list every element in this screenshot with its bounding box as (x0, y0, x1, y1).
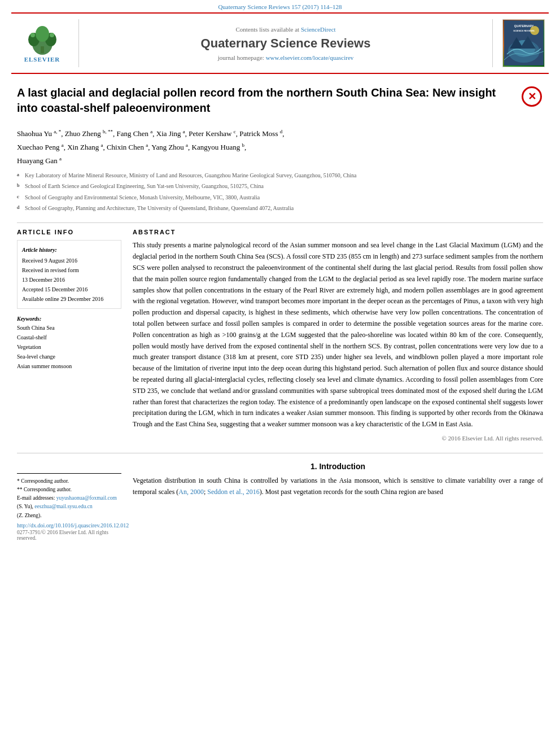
keyword-coastal-shelf: Coastal-shelf (17, 333, 121, 342)
author-xin-zhang: Xin Zhang a, (67, 143, 104, 151)
journal-cover-image: QUATERNARY SCIENCE REVIEWS (502, 19, 545, 67)
contents-available-text: Contents lists available at ScienceDirec… (90, 26, 481, 33)
author-huayang-gan: Huayang Gan a (17, 156, 62, 165)
journal-header-center: Contents lists available at ScienceDirec… (79, 19, 492, 67)
sciencedirect-link[interactable]: ScienceDirect (301, 26, 336, 33)
page-wrapper: Quaternary Science Reviews 157 (2017) 11… (0, 0, 560, 747)
authors-list: Shaohua Yu a, *, Zhuo Zheng b, **, Fang … (17, 127, 543, 167)
author-shaohua-yu: Shaohua Yu a, *, (17, 129, 63, 138)
author-kangyou-huang: Kangyou Huang b, (192, 143, 247, 151)
introduction-title: 1. Introduction (133, 462, 543, 471)
intro-left-col: * Corresponding author. ** Corresponding… (17, 462, 121, 541)
corresponding-author-1: * Corresponding author. (17, 477, 121, 486)
section-number: 1. (310, 462, 317, 471)
crossmark-icon: ✕ (522, 86, 542, 107)
svg-point-4 (36, 26, 49, 42)
right-column: ABSTRACT This study presents a marine pa… (133, 229, 543, 442)
doi-url[interactable]: http://dx.doi.org/10.1016/j.quascirev.20… (17, 522, 129, 528)
journal-homepage: journal homepage: www.elsevier.com/locat… (90, 54, 481, 61)
homepage-url[interactable]: www.elsevier.com/locate/quascirev (266, 54, 354, 61)
doi-link: http://dx.doi.org/10.1016/j.quascirev.20… (17, 522, 121, 528)
content-wrapper: A last glacial and deglacial pollen reco… (0, 74, 560, 552)
elsevier-brand: ELSEVIER (23, 24, 62, 63)
reference-an-2000[interactable]: An, 2000 (178, 488, 204, 496)
journal-reference-bar: Quaternary Science Reviews 157 (2017) 11… (0, 0, 560, 12)
keyword-vegetation: Vegetation (17, 342, 121, 352)
author-zhuo-zheng: Zhuo Zheng b, **, (65, 129, 115, 138)
received-date: Received 9 August 2016 (22, 256, 116, 265)
journal-ref-text: Quaternary Science Reviews 157 (2017) 11… (218, 3, 342, 10)
article-title-section: A last glacial and deglacial pollen reco… (17, 85, 543, 120)
introduction-body: Vegetation distribution in south China i… (133, 475, 543, 498)
journal-title: Quaternary Science Reviews (90, 36, 481, 51)
affiliations-list: a Key Laboratory of Marine Mineral Resou… (17, 171, 543, 214)
revised-date: 13 December 2016 (22, 275, 116, 285)
keyword-south-china-sea: South China Sea (17, 323, 121, 333)
affiliation-d: d School of Geography, Planning and Arch… (17, 203, 543, 214)
revised-label: Received in revised form (22, 265, 116, 275)
author-xia-jing: Xia Jing a, (156, 129, 187, 138)
email-2-name: (Z. Zheng). (17, 513, 42, 518)
svg-point-5 (30, 33, 35, 37)
svg-text:SCIENCE REVIEWS: SCIENCE REVIEWS (513, 29, 535, 32)
article-history-box: Article history: Received 9 August 2016 … (17, 240, 121, 309)
intro-right-col: 1. Introduction Vegetation distribution … (133, 462, 543, 541)
journal-cover-section: QUATERNARY SCIENCE REVIEWS (492, 19, 549, 67)
abstract-heading: ABSTRACT (133, 229, 543, 235)
copyright-line: © 2016 Elsevier Ltd. All rights reserved… (133, 435, 543, 442)
author-xuechao-peng: Xuechao Peng a, (17, 143, 65, 151)
elsevier-tree-icon (23, 24, 62, 55)
accepted-date: Accepted 15 December 2016 (22, 285, 116, 294)
email-1-link[interactable]: yuyushaonua@foxmail.com (56, 495, 117, 501)
author-yang-zhou: Yang Zhou a, (151, 143, 190, 151)
footer-notes: * Corresponding author. ** Corresponding… (17, 473, 121, 541)
elsevier-wordmark: ELSEVIER (24, 56, 60, 63)
article-info-heading: ARTICLE INFO (17, 229, 121, 235)
introduction-section: * Corresponding author. ** Corresponding… (17, 453, 543, 541)
abstract-text: This study presents a marine palynologic… (133, 240, 543, 430)
keywords-label: Keywords: (17, 316, 121, 322)
author-fang-chen: Fang Chen a, (116, 129, 154, 138)
affiliation-a: a Key Laboratory of Marine Mineral Resou… (17, 171, 543, 181)
keyword-sea-level-change: Sea-level change (17, 352, 121, 361)
reference-seddon-2016[interactable]: Seddon et al., 2016 (207, 488, 259, 496)
email-1-name: (S. Yu), (17, 504, 34, 509)
author-peter-kershaw: Peter Kershaw c, (189, 129, 238, 138)
history-label: Article history: (22, 245, 116, 255)
email-addresses: E-mail addresses: yuyushaonua@foxmail.co… (17, 494, 121, 520)
section-title: Introduction (319, 462, 365, 471)
keyword-asian-summer-monsoon: Asian summer monsoon (17, 361, 121, 371)
keywords-section: Keywords: South China Sea Coastal-shelf … (17, 316, 121, 371)
journal-header: ELSEVIER Contents lists available at Sci… (11, 12, 549, 74)
svg-text:QUATERNARY: QUATERNARY (514, 24, 533, 28)
article-info-abstract-section: ARTICLE INFO Article history: Received 9… (17, 229, 543, 442)
issn-text: 0277-3791/© 2016 Elsevier Ltd. All right… (17, 530, 121, 541)
cover-illustration: QUATERNARY SCIENCE REVIEWS (504, 20, 544, 65)
left-column: ARTICLE INFO Article history: Received 9… (17, 229, 121, 442)
section-divider (17, 222, 543, 223)
author-chixin-chen: Chixin Chen a, (107, 143, 150, 151)
crossmark-section: ✕ (520, 85, 543, 108)
intro-two-col: * Corresponding author. ** Corresponding… (17, 462, 543, 541)
corresponding-author-2: ** Corresponding author. (17, 486, 121, 494)
email-2-link[interactable]: eeszhua@mail.sysu.edu.cn (34, 504, 92, 509)
affiliation-b: b School of Earth Science and Geological… (17, 181, 543, 192)
article-title: A last glacial and deglacial pollen reco… (17, 85, 512, 116)
author-patrick-moss: Patrick Moss d, (239, 129, 284, 138)
email-label: E-mail addresses: (17, 495, 55, 501)
svg-point-6 (50, 33, 54, 37)
affiliation-c: c School of Geography and Environmental … (17, 193, 543, 203)
elsevier-logo-section: ELSEVIER (11, 19, 79, 67)
available-online-date: Available online 29 December 2016 (22, 294, 116, 304)
